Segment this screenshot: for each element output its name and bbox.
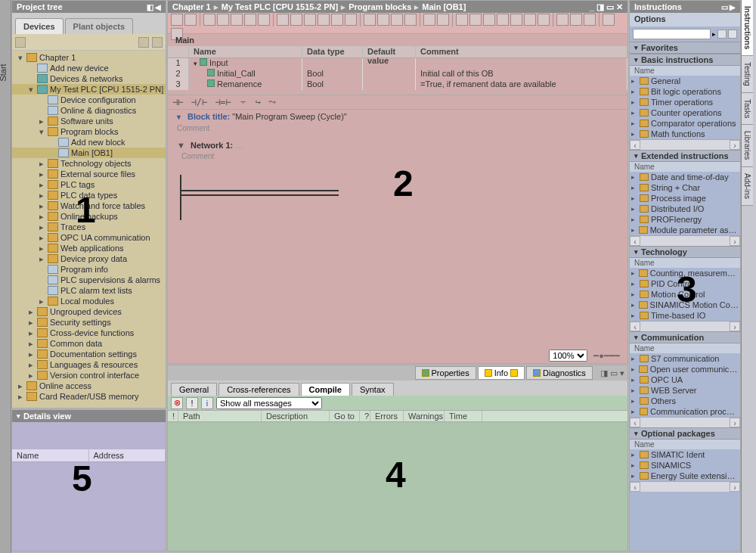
expand-icon[interactable]: ▸	[38, 201, 45, 211]
cell-type[interactable]: Bool	[302, 79, 363, 90]
tree-item[interactable]: ▸Local modules	[12, 296, 166, 306]
tree-item[interactable]: PLC alarm text lists	[12, 285, 166, 296]
toolbar-icon[interactable]	[584, 14, 596, 26]
toolbar-icon[interactable]	[345, 14, 357, 26]
table-row[interactable]: 1▾Input	[168, 58, 627, 69]
cell-default[interactable]	[363, 79, 416, 90]
expand-icon[interactable]: ▸	[38, 191, 45, 200]
tree-item[interactable]: ▸Security settings	[12, 317, 166, 328]
info-filter-icon[interactable]: i	[201, 397, 213, 409]
toolbar-icon[interactable]	[171, 14, 183, 26]
ladder-element-icon[interactable]: ⊣/⊢	[191, 97, 207, 107]
breadcrumb-segment[interactable]: Main [OB1]	[422, 2, 466, 11]
tree-item[interactable]: ▸Web applications	[12, 243, 166, 253]
instr-item[interactable]: ▸Comparator operations	[630, 118, 740, 129]
expand-icon[interactable]: ▸	[631, 387, 637, 394]
tree-item[interactable]: ▸Card Reader/USB memory	[12, 391, 166, 402]
zoom-select[interactable]: 100%	[549, 350, 587, 362]
project-tree-window-icons[interactable]: ◧◀	[145, 2, 161, 11]
info-col[interactable]: Time	[445, 411, 482, 421]
instr-item[interactable]: ▸Date and time-of-day	[630, 172, 740, 182]
tree-item[interactable]: ▾My Test PLC [CPU 1515-2 PN]	[12, 84, 166, 95]
expand-icon[interactable]: ▸	[631, 194, 637, 202]
instructions-body[interactable]: ▾Favorites▾Basic instructionsName▸Genera…	[630, 42, 740, 492]
chevron-down-icon[interactable]: ▾	[17, 412, 20, 420]
toolbar-icon[interactable]	[364, 14, 376, 26]
message-filter-select[interactable]: Show all messages	[216, 397, 322, 409]
details-col-name[interactable]: Name	[12, 449, 89, 461]
ladder-element-icon[interactable]: ↪	[256, 97, 261, 107]
instr-item[interactable]: ▸SIMATIC Ident	[630, 449, 740, 460]
ladder-element-icon[interactable]: ⤳	[268, 97, 276, 107]
expand-icon[interactable]: ▸	[17, 392, 24, 402]
tab-diagnostics[interactable]: Diagnostics	[526, 366, 593, 380]
ladder-element-icon[interactable]: ⫟	[239, 97, 248, 107]
instr-item[interactable]: ▸PID Control	[630, 278, 740, 289]
breadcrumb-segment[interactable]: Program blocks	[349, 2, 411, 11]
breadcrumb-segment[interactable]: My Test PLC [CPU 1515-2 PN]	[222, 2, 338, 11]
tree-item[interactable]: ▸Version control interface	[12, 370, 166, 381]
tree-item[interactable]: ▸Watch and force tables	[12, 200, 166, 211]
tab-plant-objects[interactable]: Plant objects	[65, 18, 133, 34]
tree-item[interactable]: ▾Program blocks	[12, 126, 166, 137]
expand-icon[interactable]: ▸	[38, 212, 45, 222]
scroll-left-icon[interactable]: ‹	[630, 322, 640, 331]
expand-icon[interactable]: ▸	[38, 117, 45, 126]
tree-item[interactable]: ▸Online access	[12, 381, 166, 391]
cell-name[interactable]: Initial_Call	[189, 69, 302, 79]
expand-icon[interactable]: ▸	[631, 205, 637, 213]
toolbar-icon[interactable]	[331, 14, 343, 26]
expand-icon[interactable]: ▸	[38, 254, 45, 264]
toolbar-icon[interactable]	[404, 14, 417, 26]
info-col[interactable]: !	[168, 411, 178, 421]
toolbar-icon[interactable]	[483, 14, 495, 26]
side-tab-add-ins[interactable]: Add-ins	[742, 167, 753, 206]
instr-item[interactable]: ▸Timer operations	[630, 97, 740, 107]
toolbar-icon[interactable]	[217, 14, 229, 26]
toolbar-icon[interactable]	[570, 14, 582, 26]
chevron-down-icon[interactable]: ▾	[634, 152, 638, 160]
search-go-icon[interactable]: ▸	[712, 30, 716, 38]
expand-icon[interactable]: ▸	[27, 339, 35, 349]
toolbar-icon[interactable]	[456, 14, 468, 26]
expand-icon[interactable]: ▸	[631, 184, 637, 191]
expand-icon[interactable]: ▸	[631, 472, 637, 480]
toolbar-icon[interactable]	[497, 14, 509, 26]
expand-icon[interactable]: ▸	[631, 408, 637, 415]
side-tab-libraries[interactable]: Libraries	[742, 125, 753, 166]
toolbar-icon[interactable]	[469, 14, 482, 26]
expand-icon[interactable]: ▸	[38, 222, 45, 232]
expand-icon[interactable]: ▸	[27, 318, 35, 328]
toolbar-icon[interactable]	[437, 14, 449, 26]
chevron-down-icon[interactable]: ▾	[634, 334, 638, 341]
expand-icon[interactable]: ▸	[631, 226, 637, 234]
tree-item[interactable]: Add new device	[12, 63, 166, 73]
ladder-element-icon[interactable]: ⊣⊢	[172, 97, 183, 107]
expand-icon[interactable]: ▸	[631, 280, 637, 287]
tree-item[interactable]: ▾Chapter 1	[12, 52, 166, 63]
scroll-right-icon[interactable]: ›	[730, 418, 740, 427]
scroll-left-icon[interactable]: ‹	[630, 482, 640, 492]
cell-comment[interactable]: =True, if remanent data are available	[416, 79, 627, 90]
tree-item[interactable]: Main [OB1]	[12, 148, 166, 158]
chevron-down-icon[interactable]: ▾	[634, 44, 638, 51]
toolbar-icon[interactable]	[318, 14, 330, 26]
info-col[interactable]: Description	[262, 411, 330, 421]
info-col[interactable]: Go to	[330, 411, 360, 421]
chevron-down-icon[interactable]: ▼	[177, 141, 185, 150]
chevron-down-icon[interactable]: ▼	[175, 113, 182, 121]
expand-icon[interactable]: ▾	[27, 85, 35, 95]
tree-item[interactable]: ▸Software units	[12, 116, 166, 126]
expand-icon[interactable]: ▸	[38, 159, 45, 169]
toolbar-icon[interactable]	[556, 14, 569, 26]
breadcrumb-path[interactable]: Chapter 1▸My Test PLC [CPU 1515-2 PN]▸Pr…	[172, 2, 466, 12]
hscroll[interactable]: ‹›	[630, 235, 740, 246]
tree-item[interactable]: PLC supervisions & alarms	[12, 275, 166, 285]
toolbar-icon[interactable]	[244, 14, 256, 26]
instr-item[interactable]: ▸WEB Server	[630, 385, 740, 396]
expand-icon[interactable]: ▸	[631, 451, 637, 458]
ladder-area[interactable]	[180, 175, 615, 220]
expand-icon[interactable]: ▸	[631, 355, 637, 362]
instr-section-header[interactable]: ▾Technology	[630, 246, 740, 258]
toolbar-icon[interactable]	[231, 14, 243, 26]
